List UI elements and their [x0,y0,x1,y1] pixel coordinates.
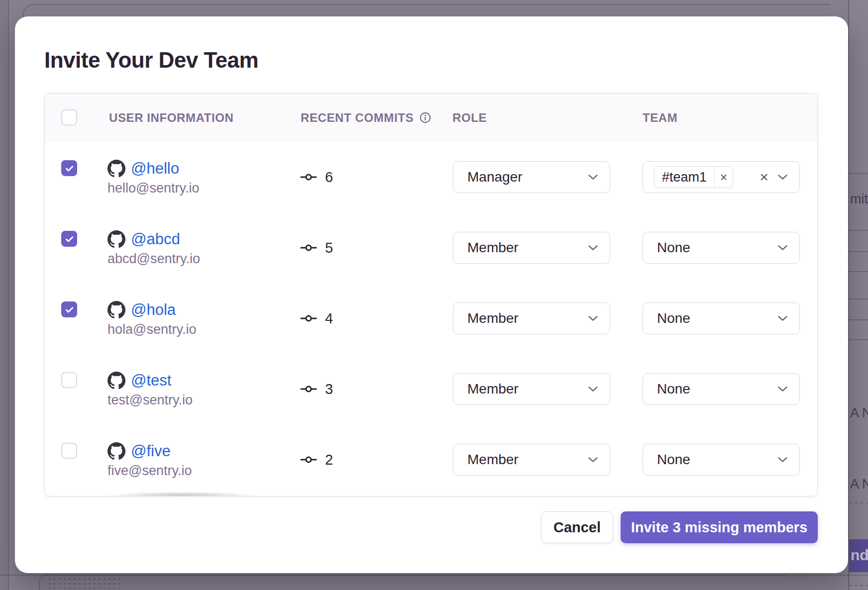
role-select-value: Member [467,452,519,468]
user-handle-link[interactable]: @test [131,372,171,390]
column-header-commits: RECENT COMMITS [301,94,431,142]
user-info-cell: @abcd abcd@sentry.io [108,212,200,283]
check-icon [64,304,75,315]
user-handle-link[interactable]: @hola [131,301,176,319]
role-select[interactable]: Member [453,232,610,264]
team-select[interactable]: None [643,444,800,476]
chevron-down-icon [778,316,787,321]
chevron-down-icon [588,387,598,392]
team-select-value: None [657,381,690,397]
underlying-dashed-line [849,585,868,586]
chevron-down-icon [778,245,787,251]
role-select-value: Manager [467,169,523,185]
invite-dev-team-modal: Invite Your Dev Team USER INFORMATION RE… [15,16,848,573]
column-header-role: ROLE [452,94,487,142]
info-icon[interactable] [420,112,431,123]
commits-cell: 6 [300,142,333,212]
commit-count: 3 [325,381,333,397]
underlying-row-line [849,271,868,272]
underlying-row-line [849,339,868,340]
column-header-team: TEAM [643,94,677,142]
commit-count: 5 [325,240,333,256]
commit-count: 4 [325,310,333,327]
role-select[interactable]: Member [453,444,610,476]
user-info-cell: @hello hello@sentry.io [108,142,200,212]
row-checkbox[interactable] [61,231,77,247]
underlying-dashed-line [849,502,868,503]
team-chip: #team1 × [654,166,733,188]
chevron-down-icon [588,316,598,321]
underlying-text-fragment: mit [850,192,868,207]
check-icon [64,234,75,244]
table-header-row: USER INFORMATION RECENT COMMITS ROLE TEA… [45,94,817,142]
underlying-button-fragment: nd [849,539,868,572]
column-header-user: USER INFORMATION [109,94,233,142]
team-select[interactable]: None [643,373,800,405]
row-checkbox[interactable] [61,372,77,388]
table-row: @five five@sentry.io 2 Member None [45,424,817,495]
role-select-value: Member [467,240,519,256]
role-select-value: Member [467,310,519,326]
user-info-cell: @hola hola@sentry.io [108,283,197,354]
commit-count: 6 [325,169,333,186]
commit-icon [300,244,317,252]
underlying-dot-texture [47,577,122,590]
team-select-value: None [657,310,690,326]
user-email: hello@sentry.io [108,181,200,196]
commit-icon [300,456,317,464]
cancel-button[interactable]: Cancel [541,511,613,543]
user-info-cell: @five five@sentry.io [108,424,192,495]
check-icon [64,163,75,174]
team-select[interactable]: None [643,232,800,264]
commit-icon [300,314,317,322]
clear-selection-icon[interactable]: × [760,170,768,185]
user-email: hola@sentry.io [108,322,197,337]
team-select-value: None [657,240,690,256]
chevron-down-icon [588,175,598,180]
column-header-commits-label: RECENT COMMITS [301,111,414,125]
table-row: @hello hello@sentry.io 6 Manager #team1 … [45,142,817,213]
user-handle-link[interactable]: @abcd [131,230,180,248]
github-icon [108,230,125,248]
github-icon [108,301,125,319]
commit-icon [300,173,317,181]
user-handle-link[interactable]: @hello [131,160,179,178]
row-checkbox[interactable] [61,160,77,176]
underlying-page-right-strip: mit A No A No nd [848,0,868,590]
invite-table: USER INFORMATION RECENT COMMITS ROLE TEA… [44,93,818,496]
team-select[interactable]: None [643,302,800,334]
underlying-row-line [849,298,868,299]
team-select-value: None [657,452,690,468]
underlying-row-line [849,251,868,252]
user-email: five@sentry.io [108,463,192,479]
commits-cell: 5 [300,212,333,283]
commits-cell: 4 [300,283,333,354]
underlying-row-line [849,173,868,174]
invite-members-button[interactable]: Invite 3 missing members [621,511,818,543]
remove-team-icon[interactable]: × [714,167,733,188]
chevron-down-icon [778,387,787,392]
row-checkbox[interactable] [61,301,77,317]
role-select[interactable]: Member [453,302,610,334]
team-chip-label: #team1 [654,170,714,185]
select-all-checkbox[interactable] [61,109,77,125]
row-checkbox[interactable] [61,443,77,459]
underlying-page-left-column [0,0,8,590]
role-select[interactable]: Manager [453,161,610,193]
team-select[interactable]: #team1 × × [643,161,800,193]
underlying-page-left-edge [8,0,9,590]
table-row: @abcd abcd@sentry.io 5 Member None [45,212,817,284]
chevron-down-icon [778,457,787,463]
table-row: @hola hola@sentry.io 4 Member None [45,283,817,354]
user-email: abcd@sentry.io [108,251,200,267]
underlying-text-fragment: A No [850,477,868,492]
underlying-row-line [849,319,868,320]
user-handle-link[interactable]: @five [131,442,171,460]
chevron-down-icon [588,457,598,463]
commits-cell: 2 [300,424,333,495]
commit-count: 2 [325,452,333,468]
github-icon [108,442,125,460]
role-select[interactable]: Member [453,373,610,405]
chevron-down-icon [778,175,787,180]
github-icon [108,160,125,178]
